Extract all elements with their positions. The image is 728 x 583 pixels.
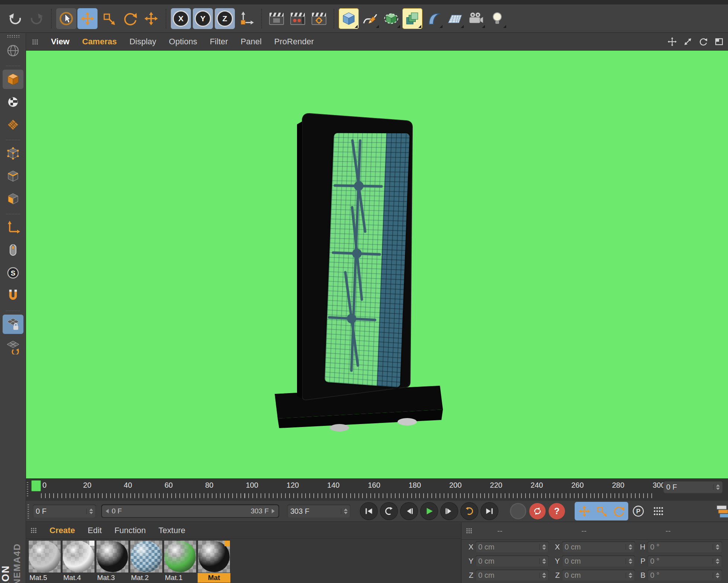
rotate-tool[interactable] <box>120 8 140 29</box>
add-cube-button[interactable] <box>339 8 359 29</box>
menu-options[interactable]: Options <box>169 37 197 47</box>
viewport-canvas[interactable] <box>26 51 728 478</box>
material-name[interactable]: Mat.2 <box>130 573 163 583</box>
range-slider-grip[interactable]: 0 F 303 F <box>102 505 278 517</box>
next-frame-button[interactable] <box>440 502 458 520</box>
material-thumbnail[interactable] <box>198 540 230 573</box>
stepper-icon[interactable] <box>341 509 348 514</box>
stepper-icon[interactable] <box>713 544 719 550</box>
material-item-selected[interactable]: Mat <box>198 540 230 583</box>
snap-button[interactable]: S <box>3 263 23 283</box>
transport-drag-handle[interactable] <box>28 504 29 519</box>
clipped-layer-button[interactable] <box>715 503 728 520</box>
autokey-button[interactable] <box>529 503 546 519</box>
timeline-range-slider[interactable]: 0 F 303 F <box>101 504 279 518</box>
render-to-picture-viewer-button[interactable] <box>288 8 308 29</box>
material-name[interactable]: Mat <box>198 573 230 583</box>
size-x-field[interactable]: 0 cm <box>562 541 635 552</box>
move-tool[interactable] <box>77 8 98 29</box>
y-axis-lock-button[interactable]: Y <box>193 8 213 29</box>
material-item[interactable]: Mat.2 <box>130 540 163 583</box>
stepper-icon[interactable] <box>713 484 720 490</box>
material-item[interactable]: Mat.4 <box>62 540 95 583</box>
stepper-icon[interactable] <box>713 573 719 578</box>
material-name[interactable]: Mat.3 <box>96 573 129 583</box>
viewport-pan-button[interactable] <box>667 36 677 47</box>
goto-end-button[interactable] <box>480 502 498 520</box>
workplane-mode-button[interactable] <box>3 337 23 357</box>
stepper-icon[interactable] <box>539 573 546 578</box>
render-view-button[interactable] <box>266 8 287 29</box>
stepper-icon[interactable] <box>626 558 632 564</box>
last-used-tool[interactable] <box>141 8 161 29</box>
material-item[interactable]: Mat.5 <box>28 540 61 583</box>
enable-axis-button[interactable] <box>3 218 23 237</box>
viewport-rotate-button[interactable] <box>698 36 709 47</box>
play-backwards-button[interactable] <box>380 502 398 520</box>
material-thumbnail[interactable] <box>62 540 95 573</box>
stepper-icon[interactable] <box>539 544 546 550</box>
menu-filter[interactable]: Filter <box>210 37 228 47</box>
scale-tool[interactable] <box>99 8 119 29</box>
material-thumbnail[interactable] <box>164 540 197 573</box>
ruler-frame-field[interactable]: 0 F <box>663 481 723 493</box>
light-object-button[interactable] <box>487 8 507 29</box>
current-frame-field[interactable]: 0 F <box>33 504 96 518</box>
material-item[interactable]: Mat.1 <box>164 540 197 583</box>
spline-pen-button[interactable] <box>360 8 380 29</box>
viewport-zoom-button[interactable] <box>683 36 693 47</box>
play-button[interactable] <box>420 502 438 520</box>
bend-deformer-button[interactable] <box>424 8 444 29</box>
material-name[interactable]: Mat.5 <box>28 573 61 583</box>
render-settings-button[interactable] <box>309 8 329 29</box>
magnet-tool-button[interactable] <box>3 286 23 305</box>
record-parameter-button[interactable]: P <box>629 502 647 520</box>
subdivision-surface-button[interactable] <box>381 8 401 29</box>
timeline-ruler[interactable]: 0 20 40 60 80 100 120 140 160 180 200 22… <box>26 478 728 501</box>
material-thumbnail[interactable] <box>28 540 61 573</box>
model-mode-button[interactable] <box>3 70 23 89</box>
menu-create[interactable]: Create <box>50 526 75 535</box>
record-rotation-button[interactable] <box>610 503 627 519</box>
x-axis-lock-button[interactable]: X <box>171 8 191 29</box>
edges-mode-button[interactable] <box>3 166 23 186</box>
material-name[interactable]: Mat.4 <box>62 573 95 583</box>
live-selection-tool[interactable] <box>56 8 76 29</box>
material-item[interactable]: Mat.3 <box>96 540 129 583</box>
keyframe-selection-button[interactable]: ? <box>549 503 565 519</box>
record-pla-button[interactable] <box>649 502 667 520</box>
points-mode-button[interactable] <box>3 144 23 163</box>
ruler-drag-handle[interactable] <box>27 482 28 496</box>
global-mode-button[interactable] <box>3 41 23 60</box>
size-y-field[interactable]: 0 cm <box>562 555 635 567</box>
menu-prorender[interactable]: ProRender <box>274 37 314 47</box>
floor-object-button[interactable] <box>445 8 465 29</box>
record-scale-button[interactable] <box>593 503 610 519</box>
stepper-icon[interactable] <box>539 558 546 564</box>
viewport-tweak-button[interactable] <box>3 240 23 260</box>
menu-texture[interactable]: Texture <box>159 526 185 535</box>
undo-button[interactable] <box>5 8 25 29</box>
menu-edit[interactable]: Edit <box>87 526 102 535</box>
material-thumbnail[interactable] <box>96 540 129 573</box>
position-z-field[interactable]: 0 cm <box>476 570 549 581</box>
menu-panel[interactable]: Panel <box>241 37 262 47</box>
rotation-p-field[interactable]: 0 ° <box>648 555 722 567</box>
keyframe-record-disabled-button[interactable] <box>510 503 526 519</box>
redo-button[interactable] <box>26 8 47 29</box>
rotation-b-field[interactable]: 0 ° <box>648 570 722 581</box>
end-frame-field[interactable]: 303 F <box>287 504 351 518</box>
z-axis-lock-button[interactable]: Z <box>215 8 235 29</box>
menu-function[interactable]: Function <box>114 526 146 535</box>
size-z-field[interactable]: 0 cm <box>562 570 635 581</box>
menu-view[interactable]: View <box>51 37 70 47</box>
record-position-button[interactable] <box>576 503 593 519</box>
menu-display[interactable]: Display <box>130 37 156 47</box>
timeline-playhead[interactable] <box>31 480 41 491</box>
polygons-mode-button[interactable] <box>3 189 23 208</box>
stepper-icon[interactable] <box>626 544 632 550</box>
position-x-field[interactable]: 0 cm <box>476 541 549 552</box>
menubar-drag-handle[interactable] <box>32 39 38 45</box>
goto-start-button[interactable] <box>360 502 378 520</box>
menu-cameras[interactable]: Cameras <box>82 37 117 47</box>
